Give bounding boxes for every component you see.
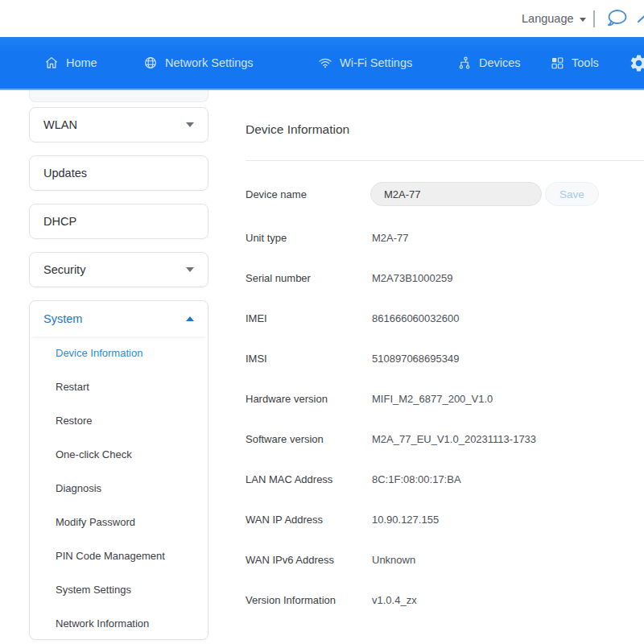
row-label: Serial number bbox=[246, 272, 372, 284]
nav-item-home[interactable]: Home bbox=[44, 37, 97, 89]
sidebar-label-wlan: WLAN bbox=[43, 118, 77, 131]
sidebar-system-child[interactable]: Network Information bbox=[30, 607, 208, 641]
sidebar-system-child[interactable]: Restore bbox=[30, 404, 208, 438]
sidebar-label-dhcp: DHCP bbox=[43, 215, 76, 228]
chat-bubble-icon[interactable] bbox=[604, 8, 630, 29]
row-value: M2A73B1000259 bbox=[372, 272, 452, 284]
nav-label-tools: Tools bbox=[572, 56, 599, 69]
device-name-label: Device name bbox=[246, 182, 307, 207]
device-name-input[interactable] bbox=[370, 182, 542, 206]
row-value: M2A_77_EU_V1.0_20231113-1733 bbox=[372, 433, 536, 445]
topbar: Language bbox=[0, 0, 644, 37]
row-label: WAN IPv6 Address bbox=[246, 554, 372, 566]
router-admin-page: Language Home bbox=[0, 0, 644, 644]
sidebar-system-children: Device InformationRestartRestoreOne-clic… bbox=[30, 336, 208, 641]
device-info-table: Unit type M2A-77 Serial number M2A73B100… bbox=[246, 217, 644, 620]
save-button[interactable]: Save bbox=[545, 182, 599, 206]
row-label: Software version bbox=[246, 433, 372, 445]
sidebar-label-security: Security bbox=[43, 263, 85, 276]
nav-item-wifi-settings[interactable]: Wi-Fi Settings bbox=[318, 37, 412, 89]
sidebar-card-partial bbox=[29, 90, 208, 102]
page-title: Device Information bbox=[246, 122, 349, 137]
table-row: WAN IP Address 10.90.127.155 bbox=[246, 499, 644, 539]
row-value: 10.90.127.155 bbox=[372, 514, 439, 526]
sidebar-system-child[interactable]: System Settings bbox=[30, 573, 208, 607]
language-label: Language bbox=[522, 12, 574, 25]
sidebar-system-child[interactable]: Restart bbox=[30, 370, 208, 404]
table-row: WAN IPv6 Address Unknown bbox=[246, 539, 644, 580]
table-row: IMEI 861666060032600 bbox=[246, 298, 644, 338]
row-label: IMSI bbox=[246, 353, 372, 365]
sidebar-item-updates[interactable]: Updates bbox=[29, 155, 208, 191]
chevron-down-icon bbox=[186, 267, 194, 272]
partial-edge-icon[interactable] bbox=[638, 10, 644, 27]
table-row: Hardware version MIFI_M2_6877_200_V1.0 bbox=[246, 378, 644, 419]
sidebar-system-child[interactable]: One-click Check bbox=[30, 438, 208, 472]
globe-icon bbox=[143, 56, 158, 70]
wifi-icon bbox=[318, 56, 332, 70]
row-label: LAN MAC Address bbox=[246, 473, 372, 485]
sidebar-system-child[interactable]: PIN Code Management bbox=[30, 539, 208, 573]
table-row: Version Information v1.0.4_zx bbox=[246, 580, 644, 620]
home-icon bbox=[44, 56, 59, 70]
nav-label-devices: Devices bbox=[479, 56, 521, 69]
row-value: Unknown bbox=[372, 554, 415, 566]
row-value: 8C:1F:08:00:17:BA bbox=[372, 473, 461, 485]
chevron-up-icon bbox=[186, 316, 194, 321]
row-label: Version Information bbox=[246, 594, 372, 606]
sidebar-item-security[interactable]: Security bbox=[29, 252, 208, 287]
row-value: M2A-77 bbox=[372, 232, 409, 244]
nav-label-network-settings: Network Settings bbox=[165, 56, 254, 69]
language-selector[interactable]: Language bbox=[522, 0, 586, 37]
row-value: 510897068695349 bbox=[372, 353, 459, 365]
tools-grid-icon bbox=[550, 56, 564, 70]
chevron-down-icon bbox=[186, 122, 194, 127]
row-label: Hardware version bbox=[246, 393, 372, 405]
device-name-row: Device name Save bbox=[246, 182, 644, 207]
sidebar-system-child[interactable]: Diagnosis bbox=[30, 472, 208, 506]
sidebar-system-header[interactable]: System bbox=[30, 301, 208, 336]
table-row: LAN MAC Address 8C:1F:08:00:17:BA bbox=[246, 459, 644, 499]
sidebar-label-system: System bbox=[43, 312, 82, 325]
devices-hierarchy-icon bbox=[457, 56, 472, 70]
sidebar-item-system: System Device InformationRestartRestoreO… bbox=[29, 300, 208, 640]
nav-item-network-settings[interactable]: Network Settings bbox=[143, 37, 254, 89]
row-label: WAN IP Address bbox=[246, 514, 372, 526]
sidebar-item-wlan[interactable]: WLAN bbox=[29, 107, 208, 142]
row-label: IMEI bbox=[246, 312, 372, 324]
row-value: MIFI_M2_6877_200_V1.0 bbox=[372, 393, 493, 405]
nav-label-home: Home bbox=[66, 56, 97, 69]
table-row: Serial number M2A73B1000259 bbox=[246, 258, 644, 298]
row-label: Unit type bbox=[246, 232, 372, 244]
gear-icon[interactable] bbox=[629, 53, 644, 73]
table-row: Unit type M2A-77 bbox=[246, 217, 644, 258]
table-row: IMSI 510897068695349 bbox=[246, 338, 644, 378]
row-value: v1.0.4_zx bbox=[372, 594, 417, 606]
row-value: 861666060032600 bbox=[372, 312, 459, 324]
caret-down-icon bbox=[580, 18, 586, 22]
table-row: Software version M2A_77_EU_V1.0_20231113… bbox=[246, 419, 644, 459]
topbar-divider bbox=[593, 10, 595, 27]
nav-label-wifi-settings: Wi-Fi Settings bbox=[340, 56, 412, 69]
sidebar-system-child[interactable]: Modify Password bbox=[30, 506, 208, 539]
sidebar-item-dhcp[interactable]: DHCP bbox=[29, 204, 208, 239]
sidebar-system-child[interactable]: Device Information bbox=[30, 336, 208, 370]
nav-item-tools[interactable]: Tools bbox=[550, 37, 599, 89]
main-nav: Home Network Settings Wi-Fi Settings bbox=[0, 37, 644, 90]
content-divider bbox=[246, 160, 644, 161]
sidebar-label-updates: Updates bbox=[43, 167, 87, 180]
nav-item-devices[interactable]: Devices bbox=[457, 37, 521, 89]
